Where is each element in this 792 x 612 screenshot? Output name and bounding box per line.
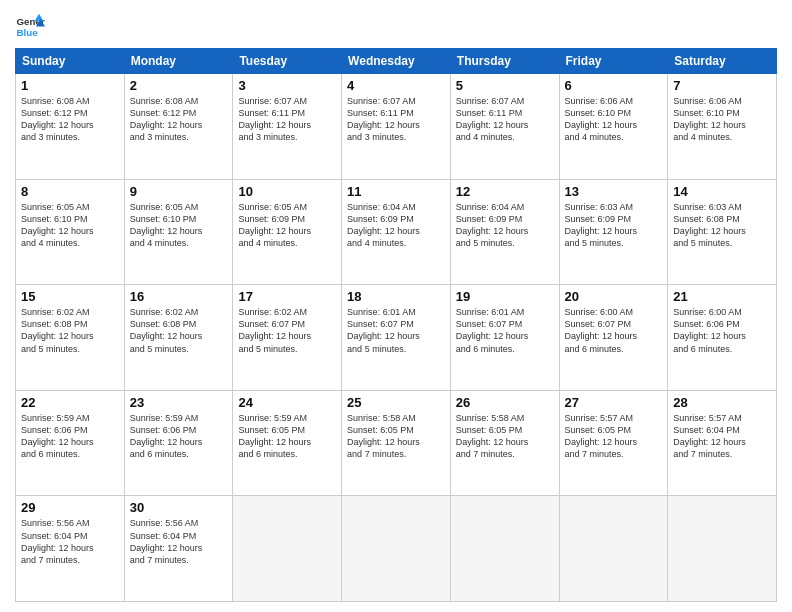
day-info: Sunrise: 6:07 AMSunset: 6:11 PMDaylight:… [238,95,336,144]
day-number: 30 [130,500,228,515]
day-number: 19 [456,289,554,304]
calendar-cell: 27Sunrise: 5:57 AMSunset: 6:05 PMDayligh… [559,390,668,496]
day-number: 23 [130,395,228,410]
day-info: Sunrise: 6:05 AMSunset: 6:09 PMDaylight:… [238,201,336,250]
day-number: 24 [238,395,336,410]
day-number: 8 [21,184,119,199]
calendar-cell: 25Sunrise: 5:58 AMSunset: 6:05 PMDayligh… [342,390,451,496]
day-number: 17 [238,289,336,304]
calendar-cell: 4Sunrise: 6:07 AMSunset: 6:11 PMDaylight… [342,74,451,180]
day-info: Sunrise: 6:03 AMSunset: 6:08 PMDaylight:… [673,201,771,250]
day-number: 11 [347,184,445,199]
weekday-header-thursday: Thursday [450,49,559,74]
day-info: Sunrise: 6:04 AMSunset: 6:09 PMDaylight:… [347,201,445,250]
calendar-week-2: 8Sunrise: 6:05 AMSunset: 6:10 PMDaylight… [16,179,777,285]
calendar-cell: 30Sunrise: 5:56 AMSunset: 6:04 PMDayligh… [124,496,233,602]
day-number: 7 [673,78,771,93]
calendar-cell: 28Sunrise: 5:57 AMSunset: 6:04 PMDayligh… [668,390,777,496]
calendar-cell: 24Sunrise: 5:59 AMSunset: 6:05 PMDayligh… [233,390,342,496]
weekday-header-tuesday: Tuesday [233,49,342,74]
day-number: 3 [238,78,336,93]
day-number: 27 [565,395,663,410]
day-info: Sunrise: 6:05 AMSunset: 6:10 PMDaylight:… [130,201,228,250]
day-info: Sunrise: 5:59 AMSunset: 6:05 PMDaylight:… [238,412,336,461]
logo-icon: General Blue [15,10,45,40]
calendar-cell: 22Sunrise: 5:59 AMSunset: 6:06 PMDayligh… [16,390,125,496]
calendar-cell: 21Sunrise: 6:00 AMSunset: 6:06 PMDayligh… [668,285,777,391]
weekday-header-friday: Friday [559,49,668,74]
calendar-cell: 5Sunrise: 6:07 AMSunset: 6:11 PMDaylight… [450,74,559,180]
day-number: 18 [347,289,445,304]
day-info: Sunrise: 6:08 AMSunset: 6:12 PMDaylight:… [21,95,119,144]
calendar-cell: 6Sunrise: 6:06 AMSunset: 6:10 PMDaylight… [559,74,668,180]
day-number: 14 [673,184,771,199]
day-number: 22 [21,395,119,410]
calendar-cell: 18Sunrise: 6:01 AMSunset: 6:07 PMDayligh… [342,285,451,391]
weekday-header-sunday: Sunday [16,49,125,74]
calendar-cell [450,496,559,602]
day-number: 15 [21,289,119,304]
day-info: Sunrise: 5:57 AMSunset: 6:04 PMDaylight:… [673,412,771,461]
svg-text:Blue: Blue [17,27,39,38]
day-info: Sunrise: 6:01 AMSunset: 6:07 PMDaylight:… [456,306,554,355]
calendar-week-5: 29Sunrise: 5:56 AMSunset: 6:04 PMDayligh… [16,496,777,602]
day-info: Sunrise: 6:06 AMSunset: 6:10 PMDaylight:… [673,95,771,144]
day-number: 16 [130,289,228,304]
day-info: Sunrise: 5:56 AMSunset: 6:04 PMDaylight:… [130,517,228,566]
calendar-week-1: 1Sunrise: 6:08 AMSunset: 6:12 PMDaylight… [16,74,777,180]
day-number: 29 [21,500,119,515]
day-number: 12 [456,184,554,199]
calendar-cell: 17Sunrise: 6:02 AMSunset: 6:07 PMDayligh… [233,285,342,391]
day-number: 6 [565,78,663,93]
day-info: Sunrise: 5:58 AMSunset: 6:05 PMDaylight:… [347,412,445,461]
day-number: 20 [565,289,663,304]
calendar-cell [559,496,668,602]
day-number: 1 [21,78,119,93]
calendar-cell: 11Sunrise: 6:04 AMSunset: 6:09 PMDayligh… [342,179,451,285]
calendar-cell: 15Sunrise: 6:02 AMSunset: 6:08 PMDayligh… [16,285,125,391]
day-info: Sunrise: 6:08 AMSunset: 6:12 PMDaylight:… [130,95,228,144]
weekday-header-wednesday: Wednesday [342,49,451,74]
day-number: 26 [456,395,554,410]
day-number: 10 [238,184,336,199]
calendar-cell: 2Sunrise: 6:08 AMSunset: 6:12 PMDaylight… [124,74,233,180]
day-info: Sunrise: 6:00 AMSunset: 6:06 PMDaylight:… [673,306,771,355]
page: General Blue SundayMondayTuesdayWednesda… [0,0,792,612]
day-number: 9 [130,184,228,199]
calendar-cell: 9Sunrise: 6:05 AMSunset: 6:10 PMDaylight… [124,179,233,285]
day-info: Sunrise: 6:07 AMSunset: 6:11 PMDaylight:… [456,95,554,144]
calendar-cell: 1Sunrise: 6:08 AMSunset: 6:12 PMDaylight… [16,74,125,180]
day-info: Sunrise: 6:07 AMSunset: 6:11 PMDaylight:… [347,95,445,144]
calendar-cell: 13Sunrise: 6:03 AMSunset: 6:09 PMDayligh… [559,179,668,285]
day-info: Sunrise: 6:00 AMSunset: 6:07 PMDaylight:… [565,306,663,355]
day-info: Sunrise: 6:06 AMSunset: 6:10 PMDaylight:… [565,95,663,144]
calendar-header-row: SundayMondayTuesdayWednesdayThursdayFrid… [16,49,777,74]
day-number: 5 [456,78,554,93]
day-number: 2 [130,78,228,93]
calendar-cell: 26Sunrise: 5:58 AMSunset: 6:05 PMDayligh… [450,390,559,496]
day-info: Sunrise: 5:59 AMSunset: 6:06 PMDaylight:… [130,412,228,461]
weekday-header-monday: Monday [124,49,233,74]
day-info: Sunrise: 6:02 AMSunset: 6:07 PMDaylight:… [238,306,336,355]
day-number: 25 [347,395,445,410]
day-info: Sunrise: 6:02 AMSunset: 6:08 PMDaylight:… [21,306,119,355]
day-info: Sunrise: 5:57 AMSunset: 6:05 PMDaylight:… [565,412,663,461]
day-info: Sunrise: 6:01 AMSunset: 6:07 PMDaylight:… [347,306,445,355]
calendar-cell: 12Sunrise: 6:04 AMSunset: 6:09 PMDayligh… [450,179,559,285]
day-number: 21 [673,289,771,304]
day-info: Sunrise: 5:58 AMSunset: 6:05 PMDaylight:… [456,412,554,461]
day-info: Sunrise: 5:56 AMSunset: 6:04 PMDaylight:… [21,517,119,566]
header: General Blue [15,10,777,40]
calendar-cell [233,496,342,602]
calendar-cell: 20Sunrise: 6:00 AMSunset: 6:07 PMDayligh… [559,285,668,391]
calendar-table: SundayMondayTuesdayWednesdayThursdayFrid… [15,48,777,602]
calendar-cell [668,496,777,602]
calendar-cell: 3Sunrise: 6:07 AMSunset: 6:11 PMDaylight… [233,74,342,180]
day-info: Sunrise: 6:04 AMSunset: 6:09 PMDaylight:… [456,201,554,250]
day-number: 13 [565,184,663,199]
calendar-week-4: 22Sunrise: 5:59 AMSunset: 6:06 PMDayligh… [16,390,777,496]
calendar-cell: 8Sunrise: 6:05 AMSunset: 6:10 PMDaylight… [16,179,125,285]
calendar-cell: 29Sunrise: 5:56 AMSunset: 6:04 PMDayligh… [16,496,125,602]
calendar-cell: 16Sunrise: 6:02 AMSunset: 6:08 PMDayligh… [124,285,233,391]
day-info: Sunrise: 6:02 AMSunset: 6:08 PMDaylight:… [130,306,228,355]
